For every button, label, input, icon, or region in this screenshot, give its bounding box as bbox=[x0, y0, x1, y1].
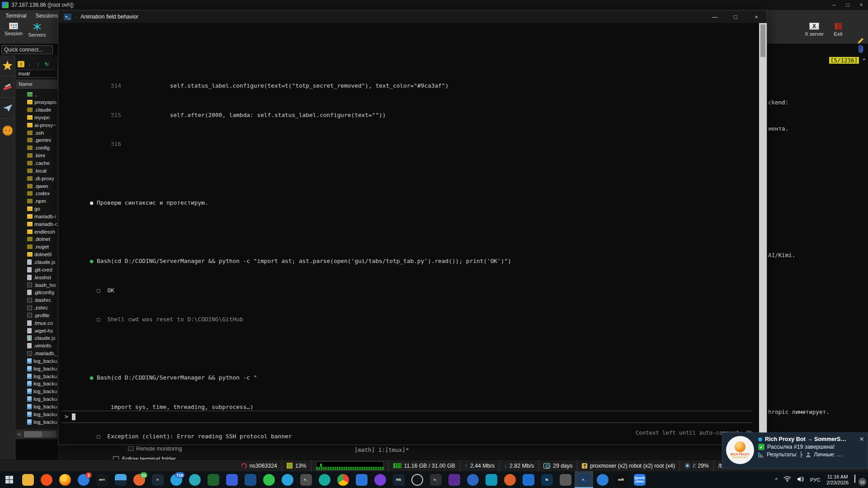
file-list-item[interactable]: .codex bbox=[16, 190, 58, 197]
taskbar-app[interactable]: 2 bbox=[74, 471, 93, 488]
file-list-item[interactable]: .gemini bbox=[16, 136, 58, 144]
file-list-header[interactable]: Name bbox=[16, 80, 58, 89]
notification-popup[interactable]: RICH PROXY TELEGRAM-BOT Rich Proxy Bot →… bbox=[722, 432, 868, 469]
session-button[interactable]: Session bbox=[2, 23, 25, 36]
path-input[interactable]: /root/ bbox=[16, 70, 58, 78]
taskbar-app[interactable]: HS bbox=[389, 471, 408, 488]
file-list-item[interactable]: proxyapis bbox=[16, 99, 58, 106]
taskbar-app[interactable] bbox=[241, 471, 259, 488]
mobaxterm-titlebar[interactable]: 37.187.136.86 ([root ovh]) – □ × bbox=[0, 0, 868, 10]
file-list-item[interactable]: myvpn bbox=[16, 114, 58, 122]
taskbar-app[interactable] bbox=[56, 471, 74, 488]
file-list-item[interactable]: .config bbox=[16, 144, 58, 152]
browser-dock-button[interactable] bbox=[0, 125, 15, 136]
exit-button[interactable]: Exit bbox=[826, 23, 850, 37]
file-list-item[interactable]: mariadb-c bbox=[16, 220, 58, 228]
file-list-item[interactable]: .tmux.co bbox=[16, 319, 58, 327]
taskbar-app[interactable] bbox=[482, 471, 500, 488]
file-list-item[interactable]: log_backu bbox=[16, 388, 58, 395]
file-list-item[interactable]: .bashrc bbox=[16, 296, 58, 304]
file-list-item[interactable]: .lesshst bbox=[16, 273, 58, 281]
close-icon[interactable]: ✕ bbox=[859, 436, 864, 442]
menu-item[interactable]: Sessions bbox=[35, 13, 58, 19]
file-list-item[interactable]: log_backu bbox=[16, 410, 58, 418]
taskbar-app[interactable] bbox=[315, 471, 334, 488]
terminal-titlebar[interactable]: >_ · Animation field behavior — □ × bbox=[58, 10, 767, 23]
xserver-button[interactable]: X X server bbox=[802, 23, 826, 37]
file-list-item[interactable]: log_backu bbox=[16, 372, 58, 380]
folder-up-icon[interactable]: t bbox=[18, 61, 24, 67]
file-list-item[interactable]: log_backu bbox=[16, 357, 58, 365]
file-list-item[interactable]: .ssh bbox=[16, 129, 58, 136]
file-list-item[interactable]: .bash_his bbox=[16, 281, 58, 289]
download-icon[interactable]: ↓ bbox=[26, 61, 33, 67]
send-button[interactable] bbox=[0, 98, 15, 119]
file-list-item[interactable]: .local bbox=[16, 167, 58, 174]
taskbar-app[interactable] bbox=[500, 471, 519, 488]
taskbar-app[interactable] bbox=[259, 471, 278, 488]
taskbar-app[interactable] bbox=[278, 471, 297, 488]
remote-monitoring-button[interactable]: Remote monitoring bbox=[128, 446, 182, 452]
taskbar-app[interactable]: >_ bbox=[575, 471, 593, 488]
file-list-item[interactable]: .kimi bbox=[16, 152, 58, 160]
taskbar-app[interactable]: >_ bbox=[297, 471, 315, 488]
tools-button[interactable] bbox=[0, 76, 15, 98]
file-list-item[interactable]: log_backu bbox=[16, 418, 58, 426]
terminal-content[interactable]: 314 self.status_label.configure(text=t("… bbox=[58, 23, 759, 445]
refresh-icon[interactable]: ↻ bbox=[43, 61, 50, 67]
notification-center-button[interactable]: 32 bbox=[854, 475, 864, 485]
file-list-item[interactable]: .wget-hs bbox=[16, 327, 58, 334]
file-list-item[interactable]: .zshrc bbox=[16, 304, 58, 312]
file-list-item[interactable]: .dotnet bbox=[16, 235, 58, 243]
taskbar-app[interactable] bbox=[556, 471, 575, 488]
taskbar-app[interactable]: 716 bbox=[167, 471, 185, 488]
file-list-item[interactable]: log_backu bbox=[16, 365, 58, 372]
file-list-item[interactable]: .gitconfig bbox=[16, 289, 58, 296]
edit-pencil-icon[interactable] bbox=[857, 38, 863, 46]
file-list-item[interactable]: .mariadb_ bbox=[16, 350, 58, 357]
file-list-item[interactable]: .claude.js bbox=[16, 258, 58, 266]
wifi-icon[interactable] bbox=[783, 476, 791, 484]
file-list-item[interactable]: .claude bbox=[16, 106, 58, 114]
taskbar-app[interactable] bbox=[593, 471, 612, 488]
file-list-item[interactable]: .viminfo bbox=[16, 342, 58, 350]
volume-icon[interactable] bbox=[797, 476, 804, 484]
file-list-item[interactable]: mariadb-i bbox=[16, 213, 58, 221]
taskbar-app[interactable] bbox=[352, 471, 371, 488]
maximize-icon[interactable]: □ bbox=[725, 10, 746, 23]
quick-connect-input[interactable]: Quick connect... bbox=[1, 45, 53, 54]
minimize-icon[interactable]: – bbox=[827, 2, 841, 8]
scrollbar-thumb[interactable] bbox=[24, 431, 42, 437]
taskbar-app[interactable] bbox=[222, 471, 241, 488]
file-list-item[interactable]: dotnet9 bbox=[16, 251, 58, 258]
language-indicator[interactable]: РУС bbox=[810, 477, 821, 483]
file-list-item[interactable]: .di-proxy bbox=[16, 174, 58, 182]
taskbar-app[interactable] bbox=[185, 471, 204, 488]
taskbar-app[interactable]: 21 bbox=[130, 471, 148, 488]
taskbar-app[interactable] bbox=[19, 471, 37, 488]
file-list-item[interactable]: log_backu bbox=[16, 395, 58, 403]
file-list-item[interactable]: log_backu bbox=[16, 380, 58, 388]
close-icon[interactable]: × bbox=[854, 2, 868, 8]
file-list-item[interactable]: log_backu bbox=[16, 403, 58, 411]
file-list-item[interactable]: .qwen bbox=[16, 182, 58, 190]
scroll-left-icon[interactable]: < bbox=[16, 430, 23, 438]
terminal-input-box[interactable]: > bbox=[62, 411, 753, 423]
file-list-hscrollbar[interactable]: < bbox=[16, 429, 58, 439]
file-list-item[interactable]: .profile bbox=[16, 311, 58, 319]
taskbar-app[interactable] bbox=[463, 471, 482, 488]
maximize-icon[interactable]: □ bbox=[841, 2, 854, 8]
start-button[interactable] bbox=[0, 471, 19, 488]
servers-button[interactable]: Servers bbox=[25, 23, 49, 38]
clock[interactable]: 11:16 AM 2/23/2026 bbox=[826, 474, 849, 486]
taskbar-app[interactable]: нтт bbox=[93, 471, 111, 488]
minimize-icon[interactable]: — bbox=[704, 10, 725, 23]
taskbar-app[interactable]: > bbox=[148, 471, 167, 488]
file-list-item[interactable]: go bbox=[16, 205, 58, 213]
taskbar-app[interactable] bbox=[334, 471, 352, 488]
file-list-item[interactable]: ai-proxy~ bbox=[16, 121, 58, 129]
taskbar-app[interactable]: Quick utme bbox=[630, 471, 649, 488]
taskbar-app[interactable] bbox=[371, 471, 389, 488]
file-list-item[interactable]: endlessh bbox=[16, 228, 58, 235]
terminal-scrollbar[interactable] bbox=[759, 23, 767, 445]
